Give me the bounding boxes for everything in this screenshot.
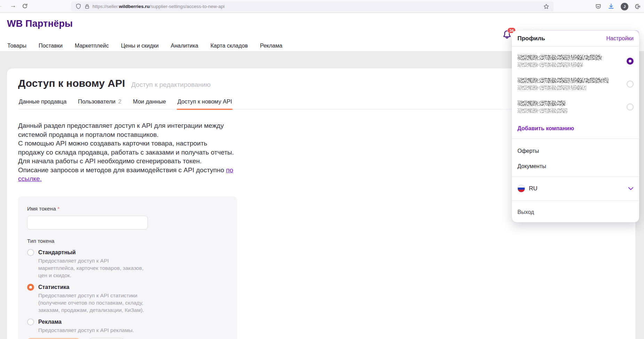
language-code: RU (529, 185, 538, 192)
option-description: Предоставляет доступ к API статистики (п… (38, 292, 147, 314)
wb-partners-logo[interactable]: WB Партнёры (7, 18, 73, 29)
option-description: Предоставляет доступ к API маркетплейса,… (38, 257, 147, 279)
extensions-puzzle-icon[interactable] (635, 3, 641, 10)
logout-button[interactable]: Выход (517, 201, 634, 220)
tracking-shield-icon[interactable] (75, 3, 81, 9)
lock-icon[interactable] (84, 4, 90, 9)
option-label: Статистика (38, 283, 147, 291)
bookmark-star-icon[interactable] (543, 3, 549, 10)
chevron-down-icon (628, 187, 634, 190)
main-navigation: Товары Поставки Маркетплейс Цены и скидк… (7, 43, 282, 49)
token-form: Имя токена * Тип токена Стандартный Пред… (18, 196, 237, 339)
radio-statistics-selected[interactable] (27, 284, 34, 291)
option-description: Предоставляет доступ к API рекламы. (38, 326, 147, 334)
token-type-option-statistics[interactable]: Статистика Предоставляет доступ к API ст… (27, 283, 228, 314)
browser-account-avatar[interactable]: J (621, 3, 628, 10)
users-count: 2 (118, 98, 121, 105)
url-text: https://seller.wildberries.ru/supplier-s… (92, 4, 225, 9)
nav-item-ads[interactable]: Реклама (260, 43, 282, 49)
radio-ads[interactable] (27, 319, 34, 325)
browser-back-icon[interactable]: ← (0, 2, 3, 9)
tab-my-data[interactable]: Мои данные (132, 96, 167, 109)
nav-item-analytics[interactable]: Аналитика (171, 43, 198, 49)
option-label: Стандартный (38, 249, 147, 256)
address-bar[interactable]: https://seller.wildberries.ru/supplier-s… (71, 1, 554, 11)
token-name-label: Имя токена * (27, 206, 228, 212)
settings-link[interactable]: Настройки (606, 35, 634, 42)
company-radio[interactable] (627, 104, 634, 110)
token-type-option-standard[interactable]: Стандартный Предоставляет доступ к API м… (27, 249, 228, 279)
pocket-icon[interactable] (595, 3, 602, 10)
company-name-redacted (517, 101, 567, 113)
browser-reload-icon[interactable] (22, 3, 28, 9)
browser-forward-icon[interactable]: → (10, 2, 16, 9)
option-label: Реклама (38, 318, 147, 326)
company-option-2[interactable] (517, 78, 634, 90)
page-subtitle: Доступ к редактированию (131, 81, 211, 89)
token-name-input[interactable] (27, 216, 148, 230)
profile-panel-title: Профиль (517, 35, 545, 42)
token-type-label: Тип токена (27, 238, 228, 244)
nav-item-marketplace[interactable]: Маркетплейс (75, 43, 109, 49)
add-company-link[interactable]: Добавить компанию (517, 125, 634, 132)
nav-item-prices[interactable]: Цены и скидки (121, 43, 159, 49)
menu-item-offers[interactable]: Оферты (517, 139, 634, 158)
menu-item-documents[interactable]: Документы (517, 158, 634, 176)
company-option-1[interactable] (517, 55, 634, 67)
company-option-3[interactable] (517, 101, 634, 113)
nav-item-tovary[interactable]: Товары (7, 43, 26, 49)
required-asterisk: * (57, 206, 59, 212)
company-name-redacted (517, 78, 609, 90)
tab-users[interactable]: Пользователи2 (77, 96, 122, 109)
tab-seller-data[interactable]: Данные продавца (18, 96, 67, 109)
profile-dropdown: Профиль Настройки Добавить компанию (512, 31, 639, 222)
downloads-icon[interactable] (608, 3, 614, 10)
nav-item-warehouse-map[interactable]: Карта складов (210, 43, 248, 49)
company-radio-selected[interactable] (627, 58, 634, 65)
company-radio[interactable] (627, 81, 634, 88)
nav-item-postavki[interactable]: Поставки (39, 43, 63, 49)
language-selector[interactable]: RU (517, 177, 634, 200)
api-description: Данный раздел предоставляет доступ к API… (18, 121, 234, 183)
browser-toolbar: ← → https://seller.wildberries.ru/suppli… (0, 0, 644, 13)
russian-flag-icon (517, 185, 525, 192)
token-type-option-ads[interactable]: Реклама Предоставляет доступ к API рекла… (27, 318, 228, 334)
tab-access-to-new-api[interactable]: Доступ к новому API (177, 96, 233, 109)
company-name-redacted (517, 55, 602, 67)
radio-standard[interactable] (27, 249, 34, 256)
page-title: Доступ к новому API (18, 77, 125, 89)
